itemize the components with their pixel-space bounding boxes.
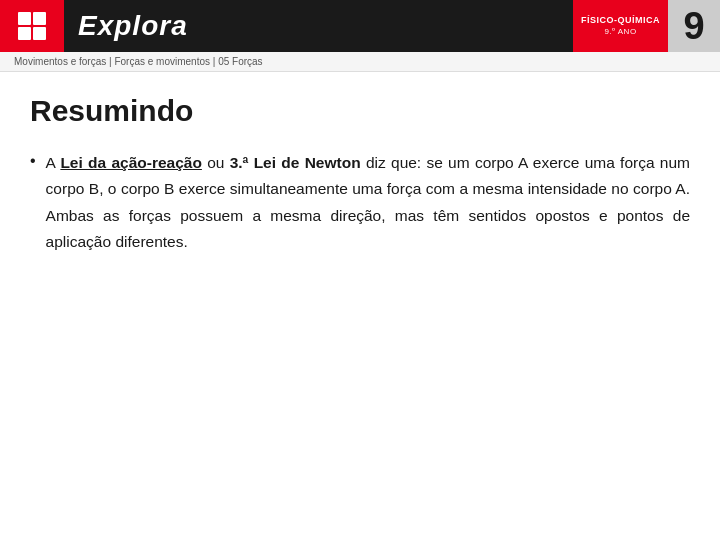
text-a: A [46, 154, 61, 171]
explora-title: Explora [78, 10, 188, 42]
section-title: Resumindo [30, 94, 690, 128]
number-badge: 9 [668, 0, 720, 52]
bullet-section: • A Lei da ação-reação ou 3.ª Lei de New… [30, 150, 690, 255]
main-content: Resumindo • A Lei da ação-reação ou 3.ª … [0, 72, 720, 275]
grade-label: 9.º ANO [581, 27, 660, 37]
breadcrumb-text: Movimentos e forças | Forças e movimento… [14, 56, 263, 67]
pe-block-4 [33, 27, 46, 40]
pe-block-3 [18, 27, 31, 40]
subject-badge: FÍSICO-QUÍMICA 9.º ANO [573, 0, 668, 52]
text-lei-da: Lei da ação-reação [60, 154, 202, 171]
pe-block-1 [18, 12, 31, 25]
header: Explora FÍSICO-QUÍMICA 9.º ANO 9 [0, 0, 720, 52]
bullet-symbol: • [30, 152, 36, 170]
breadcrumb: Movimentos e forças | Forças e movimento… [0, 52, 720, 72]
pe-icon [18, 12, 46, 40]
header-right: FÍSICO-QUÍMICA 9.º ANO 9 [573, 0, 720, 52]
pe-block-2 [33, 12, 46, 25]
text-ou: ou [202, 154, 230, 171]
subject-name: FÍSICO-QUÍMICA [581, 15, 660, 27]
paragraph-block: A Lei da ação-reação ou 3.ª Lei de Newto… [46, 150, 690, 255]
text-3a-lei: 3.ª Lei de Newton [230, 154, 361, 171]
logo-area: Explora [0, 0, 188, 52]
porto-editora-logo [0, 0, 64, 52]
